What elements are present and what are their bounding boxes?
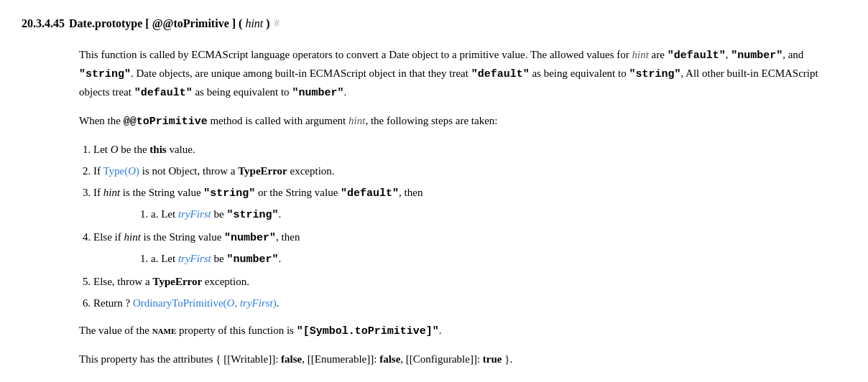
step-3a: a. Let tryFirst be "string". bbox=[151, 205, 832, 224]
tryFirst-italic: tryFirst bbox=[240, 297, 273, 309]
string-val-2: "string" bbox=[226, 209, 278, 221]
step-2: If Type(O) is not Object, throw a TypeEr… bbox=[93, 162, 832, 180]
content-body: This function is called by ECMAScript la… bbox=[79, 46, 832, 368]
string-val-1: "string" bbox=[203, 187, 255, 200]
intro-paragraph: This function is called by ECMAScript la… bbox=[79, 46, 832, 102]
tryFirst-link-2[interactable]: tryFirst bbox=[178, 253, 211, 264]
attrs-paragraph: This property has the attributes { [[Wri… bbox=[79, 350, 832, 368]
step-1: Let O be the this value. bbox=[93, 141, 832, 158]
value-default: "default" bbox=[668, 50, 726, 62]
section-number: 20.3.4.45 bbox=[22, 14, 65, 33]
number-val-2: "number" bbox=[226, 253, 278, 266]
name-paragraph: The value of the name property of this f… bbox=[79, 322, 832, 340]
page-container: 20.3.4.45 Date.prototype [ @@toPrimitive… bbox=[22, 14, 846, 368]
hint-italic-2: hint bbox=[348, 115, 365, 126]
typeerror-bold-1: TypeError bbox=[238, 165, 287, 177]
step-4: Else if hint is the String value "number… bbox=[93, 228, 832, 269]
O-italic-1: O bbox=[111, 144, 119, 155]
value-number: "number" bbox=[731, 50, 782, 62]
param-hint: hint bbox=[245, 17, 263, 29]
enumerable-val: false bbox=[379, 353, 400, 365]
this-bold: this bbox=[149, 144, 166, 155]
hint-italic-3: hint bbox=[103, 187, 120, 198]
name-property-label: name bbox=[152, 325, 177, 336]
hint-italic-1: hint bbox=[632, 49, 649, 60]
string-bold-1: "string" bbox=[629, 68, 680, 80]
anchor-link[interactable]: # bbox=[274, 16, 280, 32]
name-value: "[Symbol.toPrimitive]" bbox=[297, 325, 439, 337]
default-val-1: "default" bbox=[341, 187, 399, 200]
ordinarytoprimitive-link[interactable]: OrdinaryToPrimitive(O, tryFirst) bbox=[133, 297, 277, 309]
step-5: Else, throw a TypeError exception. bbox=[93, 273, 832, 290]
default-bold-1: "default" bbox=[471, 68, 530, 80]
value-string: "string" bbox=[79, 68, 131, 80]
step-3: If hint is the String value "string" or … bbox=[93, 184, 832, 224]
steps-list: Let O be the this value. If Type(O) is n… bbox=[93, 141, 832, 312]
section-heading: 20.3.4.45 Date.prototype [ @@toPrimitive… bbox=[22, 14, 846, 33]
writable-val: false bbox=[281, 353, 302, 365]
tryFirst-link-1[interactable]: tryFirst bbox=[178, 208, 211, 220]
configurable-val: true bbox=[483, 353, 502, 365]
O-italic-3: O bbox=[227, 297, 235, 309]
number-bold-1: "number" bbox=[292, 87, 343, 99]
method-name: @@toPrimitive bbox=[124, 116, 208, 128]
default-bold-2: "default" bbox=[134, 87, 193, 99]
number-val-1: "number" bbox=[224, 232, 276, 244]
typeerror-bold-2: TypeError bbox=[152, 276, 202, 287]
O-italic-2: O bbox=[128, 165, 136, 177]
when-paragraph: When the @@toPrimitive method is called … bbox=[79, 112, 832, 131]
step-6: Return ? OrdinaryToPrimitive(O, tryFirst… bbox=[93, 294, 832, 312]
type-link[interactable]: Type(O) bbox=[103, 165, 139, 177]
section-title: Date.prototype [ @@toPrimitive ] ( hint … bbox=[69, 14, 270, 33]
step-4a: a. Let tryFirst be "number". bbox=[151, 250, 832, 269]
hint-italic-4: hint bbox=[124, 231, 141, 243]
